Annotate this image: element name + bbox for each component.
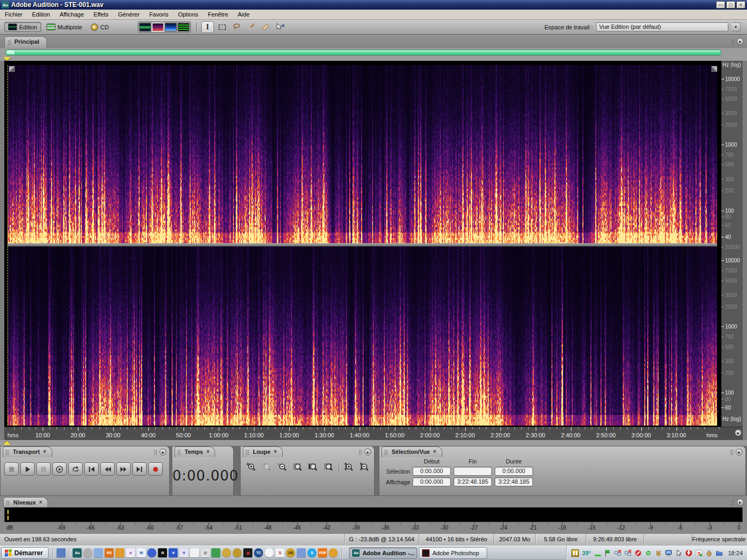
selection-view-tab[interactable]: Sélection/Vue × [382, 446, 442, 457]
spectral-pan-view-button[interactable] [165, 23, 177, 31]
zoom-to-selection-left-button[interactable] [307, 461, 320, 473]
close-tab-icon[interactable]: × [433, 449, 436, 457]
play-from-cursor-button[interactable] [52, 462, 67, 476]
skype-icon[interactable]: S [307, 548, 316, 557]
loupe-tab[interactable]: Loupe × [243, 446, 283, 457]
blue-hardware-icon[interactable] [297, 548, 306, 557]
field-affichage-fin[interactable]: 3:22:48.185 [454, 477, 492, 486]
zoom-in-vertical-button[interactable] [343, 461, 356, 473]
mode-edition-button[interactable]: Edition [4, 22, 41, 32]
calculator-icon[interactable] [94, 548, 103, 557]
stop-button[interactable] [4, 462, 19, 476]
marquee-selection-tool[interactable] [216, 21, 228, 33]
minimized-app-icon[interactable] [593, 549, 602, 557]
close-button[interactable]: × [736, 1, 745, 9]
lasso-selection-tool[interactable] [230, 21, 243, 33]
globe-gold-icon[interactable] [222, 548, 231, 557]
menu-fenetre[interactable]: Fenêtre [203, 10, 233, 19]
internet-planet-icon[interactable] [147, 548, 156, 557]
tc-icon[interactable]: TC [254, 548, 263, 557]
title-bar[interactable]: Au Adobe Audition - STE-001.wav — □ × [0, 0, 747, 10]
network-disconnected-icon[interactable] [614, 549, 622, 557]
grip-icon[interactable] [359, 450, 362, 455]
playback-cursor-line[interactable] [7, 65, 8, 426]
scrub-tool[interactable] [273, 21, 286, 33]
spot-healing-brush-tool[interactable] [259, 21, 272, 33]
blocked-icon[interactable] [634, 549, 642, 557]
word-icon[interactable]: W [137, 548, 146, 557]
clock-white-icon[interactable] [265, 548, 274, 557]
pdf-icon[interactable]: PDF [318, 548, 327, 557]
grip-icon[interactable] [154, 450, 157, 455]
zoom-to-selection-button[interactable] [291, 461, 305, 473]
scrollbar-left-cap[interactable] [6, 51, 15, 54]
time-ruler-scale[interactable]: hms hms 10:0020:0030:0040:0050:001:00:00… [4, 427, 743, 440]
keyboard-icon[interactable] [57, 548, 66, 557]
taskbar-window-adobe-photoshop[interactable]: Adobe Photoshop [419, 547, 487, 559]
blue-tool-icon[interactable]: ✕ [169, 548, 178, 557]
spectral-frequency-view-button[interactable] [152, 23, 164, 31]
frequency-ruler[interactable]: Hz (log) Hz (log) 1000070005000300020001… [721, 61, 743, 427]
go-to-end-button[interactable] [132, 462, 147, 476]
field-selection-duree[interactable]: 0:00.000 [495, 467, 533, 476]
menu-options[interactable]: Options [173, 10, 203, 19]
waveform-view-button[interactable] [139, 23, 151, 31]
minimize-button[interactable]: — [716, 1, 725, 9]
mouse-device-icon[interactable] [705, 549, 713, 557]
spectrogram-left-channel[interactable] [7, 65, 717, 243]
grip-icon[interactable] [731, 39, 735, 44]
paintbrush-selection-tool[interactable] [244, 21, 257, 33]
audition-launch-icon[interactable]: Au [73, 548, 82, 557]
time-ruler[interactable]: hms hms 10:0020:0030:0040:0050:001:00:00… [0, 427, 747, 440]
field-affichage-duree[interactable]: 3:22:48.185 [495, 477, 533, 486]
mode-multipiste-button[interactable]: Multipiste [43, 22, 85, 31]
onenote-icon[interactable]: n [126, 548, 135, 557]
field-affichage-debut[interactable]: 0:00.000 [412, 477, 451, 486]
select-channel-corner-icon[interactable] [9, 66, 15, 72]
zoom-out-vertical-button[interactable] [358, 461, 371, 473]
transport-tab[interactable]: Transport × [3, 446, 52, 457]
panel-menu-button[interactable]: ▶ [737, 499, 744, 506]
rx-icon[interactable]: RX [105, 548, 114, 557]
mail-icon[interactable]: @ [201, 548, 210, 557]
close-tab-icon[interactable]: × [39, 499, 42, 507]
temperature-indicator[interactable]: 39° [582, 550, 591, 556]
close-tab-icon[interactable]: × [274, 449, 277, 457]
media-pause-icon[interactable] [571, 549, 579, 557]
workspace-dropdown-arrow-icon[interactable]: ▼ [732, 22, 741, 31]
loop-play-button[interactable] [68, 462, 83, 476]
media-player-gray-icon[interactable] [83, 548, 92, 557]
menu-effets[interactable]: Effets [89, 10, 113, 19]
maximize-button[interactable]: □ [726, 1, 735, 9]
orange-folder-icon[interactable] [115, 548, 124, 557]
update-icon[interactable] [644, 549, 653, 557]
horizontal-range-scrollbar[interactable] [5, 50, 721, 55]
sbp-icon[interactable]: S [275, 548, 284, 557]
grip-icon[interactable] [730, 450, 734, 455]
menu-affichage[interactable]: Affichage [55, 10, 89, 19]
menu-edition[interactable]: Edition [27, 10, 55, 19]
clock[interactable]: 18:24 [728, 550, 743, 556]
play-button[interactable] [20, 462, 35, 476]
level-meter[interactable] [4, 507, 743, 522]
levels-tab[interactable]: Niveaux × [3, 497, 48, 507]
media-player-gold-icon[interactable] [329, 548, 338, 557]
rewind-button[interactable] [100, 462, 115, 476]
grip-icon[interactable] [731, 500, 735, 505]
zoom-out-full-button[interactable] [276, 461, 289, 473]
playhead-marker-bottom[interactable] [3, 441, 11, 445]
workspace-select[interactable]: Vue Edition (par défaut) [596, 22, 728, 31]
zoom-in-horizontal-button[interactable] [245, 461, 258, 473]
menu-favoris[interactable]: Favoris [145, 10, 173, 19]
power-alert-icon[interactable] [685, 549, 693, 557]
temps-tab[interactable]: Temps × [174, 446, 215, 457]
pointer-icon[interactable] [674, 549, 683, 557]
field-selection-fin[interactable] [454, 467, 492, 476]
zoom-to-selection-right-button[interactable] [322, 461, 336, 473]
tab-principal[interactable]: Principal [4, 36, 47, 48]
channel-divider[interactable] [7, 243, 717, 246]
close-tab-icon[interactable]: × [43, 449, 46, 457]
taskbar-window-adobe-audition[interactable]: AuAdobe Audition -... [349, 547, 417, 559]
panel-menu-button[interactable]: ▶ [364, 449, 371, 455]
field-selection-debut[interactable]: 0:00.000 [412, 467, 451, 476]
